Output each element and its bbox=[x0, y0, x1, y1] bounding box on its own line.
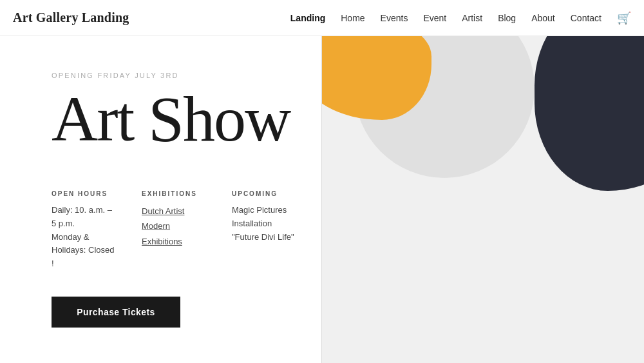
upcoming-line2: Installation "Future Divi Life" bbox=[232, 217, 296, 244]
exhibition-link-dutch[interactable]: Dutch Artist bbox=[142, 204, 206, 219]
nav-link-artist[interactable]: Artist bbox=[462, 13, 482, 23]
nav-link-event[interactable]: Event bbox=[423, 13, 446, 23]
open-hours-line1: Daily: 10. a.m. – 5 p.m. bbox=[52, 204, 116, 231]
nav-link-blog[interactable]: Blog bbox=[498, 13, 516, 23]
hero-right-panel bbox=[322, 36, 644, 363]
hero-section: Opening Friday July 3rd Art Show Open Ho… bbox=[0, 36, 644, 363]
exhibitions-label: Exhibitions bbox=[142, 190, 206, 197]
nav-link-contact[interactable]: Contact bbox=[571, 13, 601, 23]
navbar: Art Gallery Landing Landing Home Events … bbox=[0, 0, 644, 36]
nav-link-landing[interactable]: Landing bbox=[290, 13, 325, 23]
site-logo[interactable]: Art Gallery Landing bbox=[13, 10, 129, 25]
info-columns: Open Hours Daily: 10. a.m. – 5 p.m. Mond… bbox=[52, 190, 296, 271]
upcoming-label: Upcoming bbox=[232, 190, 296, 197]
panel-separator bbox=[321, 36, 322, 363]
upcoming-column: Upcoming Magic Pictures Installation "Fu… bbox=[232, 190, 296, 271]
open-hours-line2: Monday & Holidays: Closed ! bbox=[52, 231, 116, 271]
dark-blob-shape bbox=[535, 36, 644, 191]
open-hours-column: Open Hours Daily: 10. a.m. – 5 p.m. Mond… bbox=[52, 190, 116, 271]
upcoming-line1: Magic Pictures bbox=[232, 204, 296, 217]
open-hours-label: Open Hours bbox=[52, 190, 116, 197]
nav-link-home[interactable]: Home bbox=[341, 13, 365, 23]
exhibitions-column: Exhibitions Dutch Artist Modern Exhibiti… bbox=[142, 190, 206, 271]
nav-link-about[interactable]: About bbox=[531, 13, 555, 23]
hero-title: Art Show bbox=[52, 87, 296, 152]
cart-icon[interactable]: 🛒 bbox=[617, 11, 631, 25]
hero-left-panel: Opening Friday July 3rd Art Show Open Ho… bbox=[0, 36, 322, 363]
nav-links: Landing Home Events Event Artist Blog Ab… bbox=[290, 11, 631, 25]
exhibition-link-modern[interactable]: Modern Exhibitions bbox=[142, 219, 206, 249]
opening-label: Opening Friday July 3rd bbox=[52, 72, 296, 79]
nav-link-events[interactable]: Events bbox=[381, 13, 408, 23]
purchase-tickets-button[interactable]: Purchase Tickets bbox=[52, 297, 180, 328]
